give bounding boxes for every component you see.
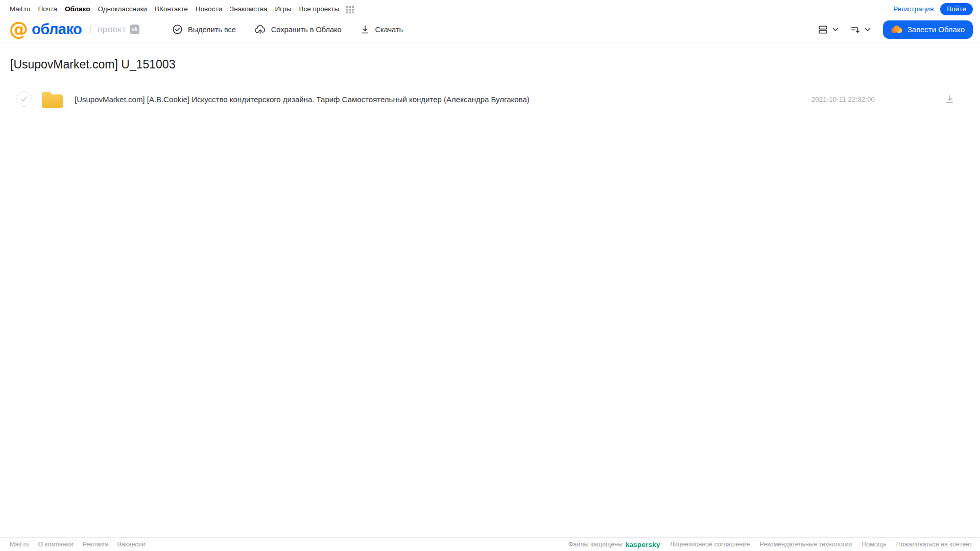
row-download-icon[interactable] — [945, 94, 955, 104]
download-button[interactable]: Скачать — [360, 24, 403, 35]
grid-icon[interactable] — [346, 5, 354, 14]
row-checkbox[interactable] — [16, 91, 32, 107]
save-to-cloud-label: Сохранить в Облако — [271, 26, 342, 34]
cloud-logo-text: облако — [32, 22, 82, 37]
page-title: [UsupovMarket.com] U_151003 — [10, 58, 970, 71]
header-right-controls: Завести Облако — [816, 20, 973, 39]
footer-link-license[interactable]: Лицензионное соглашение — [670, 541, 750, 548]
select-all-button[interactable]: Выделить все — [172, 24, 236, 35]
footer-right-links: Файлы защищены kaspersky Лицензионное со… — [568, 541, 972, 548]
portal-nav-auth: Регистрация Войти — [893, 3, 973, 15]
footer-link-recommendations[interactable]: Рекомендательные технологии — [759, 541, 852, 548]
portal-link-vse-proekty[interactable]: Все проекты — [299, 5, 339, 13]
download-label: Скачать — [375, 26, 403, 34]
footer-link-mailru[interactable]: Mail.ru — [10, 541, 29, 548]
footer-link-help[interactable]: Помощь — [862, 541, 886, 548]
mailru-at-icon: @ — [9, 19, 28, 38]
protected-label: Файлы защищены — [568, 541, 623, 548]
project-vk-tag: | проект vk — [89, 24, 139, 35]
portal-link-igry[interactable]: Игры — [275, 5, 292, 13]
main-content: [UsupovMarket.com] U_151003 [UsupovMarke… — [0, 43, 980, 111]
sort-icon — [850, 25, 861, 35]
portal-nav-links: Mail.ru Почта Облако Одноклассники ВКонт… — [10, 4, 354, 14]
project-label: проект — [98, 25, 126, 35]
footer-link-company[interactable]: О компании — [38, 541, 74, 548]
footer-link-report[interactable]: Пожаловаться на контент — [896, 541, 972, 548]
select-all-label: Выделить все — [188, 26, 236, 34]
kaspersky-protection: Файлы защищены kaspersky — [568, 541, 660, 548]
checkbox-check-icon — [20, 96, 28, 102]
file-row[interactable]: [UsupovMarket.com] [A.B.Cookie] Искусств… — [10, 87, 970, 111]
cloud-header: @ облако | проект vk Выделить все Со — [0, 16, 980, 43]
portal-link-pochta[interactable]: Почта — [38, 5, 58, 13]
file-name-link[interactable]: [UsupovMarket.com] [A.B.Cookie] Искусств… — [75, 95, 530, 104]
cloud-upload-icon — [254, 24, 266, 35]
check-circle-icon — [172, 24, 183, 35]
portal-link-vkontakte[interactable]: ВКонтакте — [155, 5, 188, 13]
registration-link[interactable]: Регистрация — [893, 5, 934, 13]
cloud-logo-icon — [891, 25, 902, 34]
save-to-cloud-button[interactable]: Сохранить в Облако — [254, 24, 342, 35]
login-button[interactable]: Войти — [940, 3, 973, 15]
footer: Mail.ru О компании Реклама Вакансии Файл… — [0, 537, 980, 551]
chevron-down-icon — [865, 28, 871, 32]
portal-link-odnoklassniki[interactable]: Одноклассники — [98, 5, 147, 13]
portal-link-znakomstva[interactable]: Знакомства — [230, 5, 267, 13]
create-cloud-label: Завести Облако — [907, 25, 965, 34]
divider: | — [89, 24, 91, 35]
list-view-icon — [818, 25, 829, 35]
footer-left-links: Mail.ru О компании Реклама Вакансии — [10, 541, 146, 548]
create-cloud-button[interactable]: Завести Облако — [883, 20, 973, 39]
kaspersky-logo: kaspersky — [626, 541, 660, 548]
portal-link-novosti[interactable]: Новости — [196, 5, 222, 13]
vk-badge-icon: vk — [130, 25, 139, 34]
chevron-down-icon — [832, 28, 839, 32]
footer-link-ads[interactable]: Реклама — [82, 541, 108, 548]
portal-nav: Mail.ru Почта Облако Одноклассники ВКонт… — [0, 0, 980, 16]
toolbar: Выделить все Сохранить в Облако Скачать — [172, 24, 403, 35]
sort-dropdown[interactable] — [848, 22, 873, 37]
portal-link-oblako[interactable]: Облако — [65, 5, 90, 13]
footer-link-jobs[interactable]: Вакансии — [117, 541, 146, 548]
file-date: 2021-10-11 22:32:00 — [811, 95, 875, 103]
folder-icon — [41, 89, 64, 109]
view-mode-dropdown[interactable] — [816, 22, 841, 37]
cloud-logo[interactable]: @ облако — [9, 21, 82, 38]
portal-link-mailru[interactable]: Mail.ru — [10, 5, 31, 13]
download-icon — [360, 24, 370, 35]
